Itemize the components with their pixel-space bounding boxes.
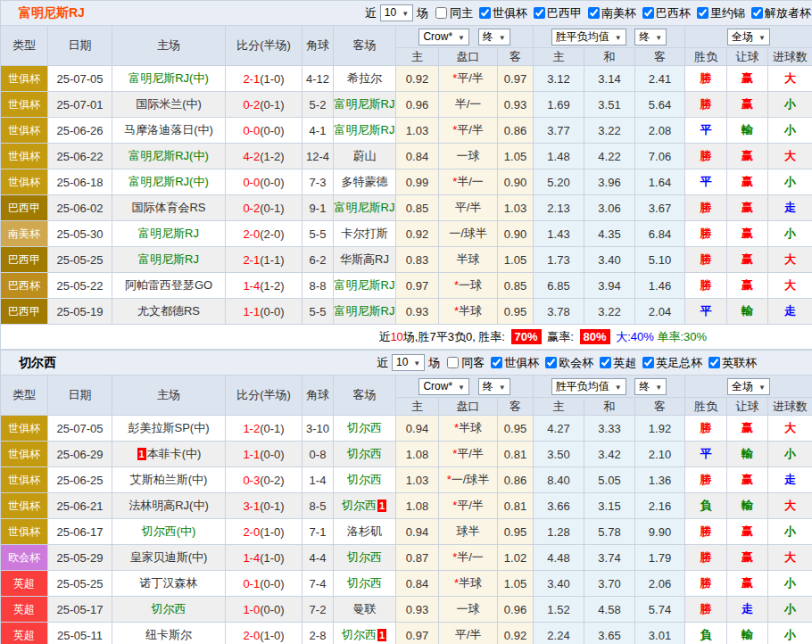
avg-final-select[interactable]: 终▼	[634, 29, 667, 45]
avg-select[interactable]: 胜平负均值▼	[551, 29, 626, 45]
away-team-cell[interactable]: 曼联	[334, 597, 396, 623]
team-name[interactable]: 皇家贝迪斯(中)	[130, 550, 208, 564]
team-name[interactable]: 洛杉矶	[347, 524, 382, 538]
league-filter-checkbox[interactable]	[751, 7, 763, 19]
away-team-cell[interactable]: 切尔西1	[334, 623, 396, 644]
avg-final-select[interactable]: 终▼	[634, 378, 667, 395]
team-name[interactable]: 阿帕雷西登瑟GO	[125, 278, 212, 292]
odds-company-select[interactable]: Crow*▼	[418, 29, 469, 45]
away-team-cell[interactable]: 富明尼斯RJ	[334, 195, 396, 221]
team-name[interactable]: 曼联	[353, 602, 377, 615]
scope-select[interactable]: 全场▼	[727, 378, 770, 395]
team-name[interactable]: 富明尼斯RJ	[335, 278, 395, 292]
away-team-cell[interactable]: 切尔西	[334, 442, 396, 467]
away-team-cell[interactable]: 洛杉矶	[334, 519, 396, 545]
league-filter-checkbox[interactable]	[642, 7, 654, 19]
home-team-cell[interactable]: 阿帕雷西登瑟GO	[112, 273, 226, 299]
away-team-cell[interactable]: 希拉尔	[334, 66, 396, 92]
odds-company-select[interactable]: Crow*▼	[418, 378, 469, 395]
team-name[interactable]: 法林明高RJ(中)	[128, 499, 209, 512]
home-team-cell[interactable]: 彭美拉斯SP(中)	[112, 416, 226, 442]
team-name[interactable]: 富明尼斯RJ(中)	[128, 175, 209, 188]
league-filter-checkbox[interactable]	[491, 357, 502, 368]
home-team-cell[interactable]: 1本菲卡(中)	[112, 442, 226, 467]
team-name[interactable]: 卡尔打斯	[342, 227, 388, 240]
team-name[interactable]: 艾斯柏兰斯(中)	[130, 473, 208, 486]
team-name[interactable]: 富明尼斯RJ	[138, 227, 199, 240]
team-name[interactable]: 华斯高RJ	[340, 252, 389, 266]
away-team-cell[interactable]: 切尔西	[334, 571, 396, 597]
league-filter-checkbox[interactable]	[545, 357, 557, 368]
same-venue-checkbox[interactable]	[447, 357, 459, 368]
section-title-team[interactable]: 切尔西	[1, 355, 376, 371]
team-name[interactable]: 富明尼斯RJ(中)	[128, 149, 209, 162]
home-team-cell[interactable]: 富明尼斯RJ(中)	[112, 169, 226, 195]
team-name[interactable]: 马摩洛迪落日(中)	[124, 123, 213, 136]
home-team-cell[interactable]: 国际米兰(中)	[112, 92, 226, 118]
home-team-cell[interactable]: 富明尼斯RJ(中)	[112, 144, 226, 169]
team-name[interactable]: 蔚山	[353, 149, 377, 162]
away-team-cell[interactable]: 切尔西	[334, 545, 396, 571]
league-filter-checkbox[interactable]	[588, 7, 600, 19]
home-team-cell[interactable]: 切尔西	[112, 597, 226, 623]
home-team-cell[interactable]: 纽卡斯尔	[112, 623, 226, 644]
away-team-cell[interactable]: 切尔西	[334, 416, 396, 442]
home-team-cell[interactable]: 尤文都德RS	[112, 299, 226, 325]
scope-select[interactable]: 全场▼	[727, 29, 770, 45]
team-name[interactable]: 本菲卡(中)	[147, 447, 202, 460]
home-team-cell[interactable]: 法林明高RJ(中)	[112, 493, 226, 519]
team-name[interactable]: 诺丁汉森林	[140, 576, 198, 590]
away-team-cell[interactable]: 卡尔打斯	[334, 221, 396, 247]
section-title-team[interactable]: 富明尼斯RJ	[1, 5, 364, 21]
odds-final-select[interactable]: 终▼	[478, 29, 510, 45]
league-filter-checkbox[interactable]	[600, 357, 611, 368]
away-team-cell[interactable]: 切尔西1	[334, 493, 396, 519]
team-name[interactable]: 切尔西	[347, 447, 382, 460]
same-venue-checkbox[interactable]	[435, 7, 447, 19]
avg-select[interactable]: 胜平负均值▼	[551, 378, 626, 395]
team-name[interactable]: 尤文都德RS	[137, 304, 200, 318]
team-name[interactable]: 富明尼斯RJ	[335, 201, 395, 214]
away-team-cell[interactable]: 富明尼斯RJ	[334, 273, 396, 299]
team-name[interactable]: 切尔西	[347, 576, 382, 590]
home-team-cell[interactable]: 皇家贝迪斯(中)	[112, 545, 226, 571]
team-name[interactable]: 纽卡斯尔	[145, 628, 192, 641]
away-team-cell[interactable]: 富明尼斯RJ	[334, 118, 396, 144]
league-filter-checkbox[interactable]	[708, 357, 720, 368]
home-team-cell[interactable]: 艾斯柏兰斯(中)	[112, 467, 226, 493]
away-team-cell[interactable]: 切尔西	[334, 467, 396, 493]
team-name[interactable]: 富明尼斯RJ	[138, 252, 199, 266]
team-name[interactable]: 彭美拉斯SP(中)	[128, 421, 210, 434]
team-name[interactable]: 富明尼斯RJ	[335, 123, 395, 136]
team-name[interactable]: 富明尼斯RJ(中)	[128, 71, 209, 85]
team-name[interactable]: 切尔西	[347, 473, 382, 486]
team-name[interactable]: 国际米兰(中)	[136, 97, 202, 111]
team-name[interactable]: 切尔西	[342, 499, 377, 512]
away-team-cell[interactable]: 富明尼斯RJ	[334, 92, 396, 118]
odds-final-select[interactable]: 终▼	[478, 378, 510, 395]
away-team-cell[interactable]: 多特蒙德	[334, 169, 396, 195]
near-count-select[interactable]: 10▼	[392, 354, 425, 371]
team-name[interactable]: 多特蒙德	[342, 175, 388, 188]
league-filter-checkbox[interactable]	[534, 7, 545, 19]
near-count-select[interactable]: 10▼	[380, 4, 413, 21]
away-team-cell[interactable]: 蔚山	[334, 144, 396, 169]
home-team-cell[interactable]: 富明尼斯RJ	[112, 247, 226, 273]
home-team-cell[interactable]: 马摩洛迪落日(中)	[112, 118, 226, 144]
team-name[interactable]: 切尔西	[342, 628, 377, 641]
home-team-cell[interactable]: 国际体育会RS	[112, 195, 226, 221]
team-name[interactable]: 国际体育会RS	[131, 201, 205, 214]
team-name[interactable]: 希拉尔	[347, 71, 382, 85]
league-filter-checkbox[interactable]	[697, 7, 708, 19]
home-team-cell[interactable]: 富明尼斯RJ	[112, 221, 226, 247]
away-team-cell[interactable]: 富明尼斯RJ	[334, 299, 396, 325]
team-name[interactable]: 富明尼斯RJ	[335, 97, 395, 111]
home-team-cell[interactable]: 富明尼斯RJ(中)	[112, 66, 226, 92]
home-team-cell[interactable]: 切尔西(中)	[112, 519, 226, 545]
away-team-cell[interactable]: 华斯高RJ	[334, 247, 396, 273]
league-filter-checkbox[interactable]	[642, 357, 654, 368]
team-name[interactable]: 富明尼斯RJ	[335, 304, 395, 318]
home-team-cell[interactable]: 诺丁汉森林	[112, 571, 226, 597]
team-name[interactable]: 切尔西	[152, 602, 186, 615]
league-filter-checkbox[interactable]	[479, 7, 491, 19]
